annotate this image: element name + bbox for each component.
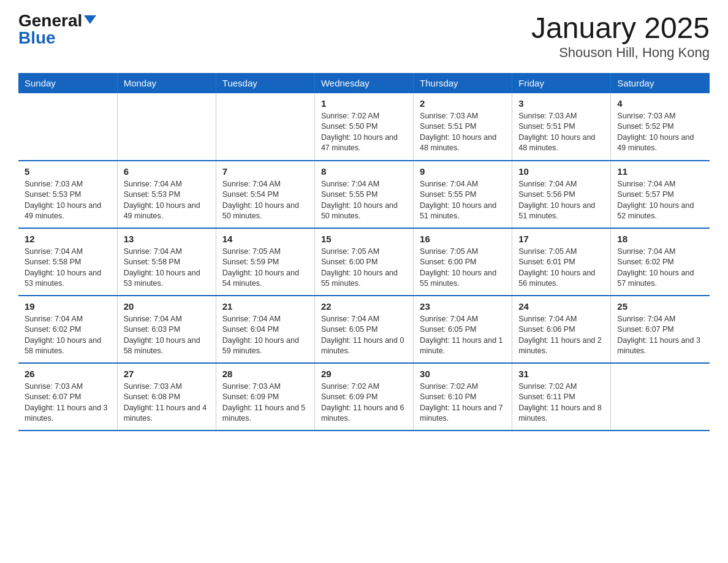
week-row-4: 19Sunrise: 7:04 AMSunset: 6:02 PMDayligh… [18,296,710,363]
calendar-cell: 23Sunrise: 7:04 AMSunset: 6:05 PMDayligh… [414,296,512,363]
day-info: Sunrise: 7:04 AMSunset: 5:55 PMDaylight:… [321,179,407,222]
day-info: Sunrise: 7:04 AMSunset: 5:55 PMDaylight:… [420,179,506,222]
day-number: 4 [617,98,703,109]
day-number: 20 [124,301,210,312]
day-number: 24 [518,301,604,312]
day-info: Sunrise: 7:04 AMSunset: 5:58 PMDaylight:… [124,247,210,289]
day-info: Sunrise: 7:04 AMSunset: 5:53 PMDaylight:… [124,179,210,222]
day-info: Sunrise: 7:04 AMSunset: 6:06 PMDaylight:… [518,314,604,357]
calendar-cell: 9Sunrise: 7:04 AMSunset: 5:55 PMDaylight… [414,161,512,228]
day-number: 19 [25,301,111,312]
calendar-cell: 6Sunrise: 7:04 AMSunset: 5:53 PMDaylight… [117,161,216,228]
day-info: Sunrise: 7:03 AMSunset: 5:51 PMDaylight:… [420,111,506,154]
calendar-cell: 31Sunrise: 7:02 AMSunset: 6:11 PMDayligh… [512,363,611,431]
day-info: Sunrise: 7:02 AMSunset: 6:10 PMDaylight:… [420,381,506,424]
calendar-cell: 20Sunrise: 7:04 AMSunset: 6:03 PMDayligh… [117,296,216,363]
day-number: 6 [124,166,210,177]
calendar-subtitle: Shouson Hill, Hong Kong [531,45,710,61]
day-number: 23 [420,301,506,312]
header-wednesday: Wednesday [314,73,413,93]
day-number: 29 [321,369,407,379]
day-number: 8 [321,166,407,177]
calendar-cell: 25Sunrise: 7:04 AMSunset: 6:07 PMDayligh… [611,296,710,363]
day-info: Sunrise: 7:04 AMSunset: 5:54 PMDaylight:… [222,179,308,222]
calendar-cell [117,93,216,161]
calendar-cell: 29Sunrise: 7:02 AMSunset: 6:09 PMDayligh… [314,363,413,431]
day-info: Sunrise: 7:03 AMSunset: 5:51 PMDaylight:… [518,111,604,154]
day-info: Sunrise: 7:02 AMSunset: 6:09 PMDaylight:… [321,381,407,424]
calendar-cell: 1Sunrise: 7:02 AMSunset: 5:50 PMDaylight… [314,93,413,161]
day-info: Sunrise: 7:04 AMSunset: 5:58 PMDaylight:… [25,247,111,289]
calendar-cell: 2Sunrise: 7:03 AMSunset: 5:51 PMDaylight… [414,93,512,161]
day-number: 15 [321,234,407,244]
day-info: Sunrise: 7:05 AMSunset: 6:00 PMDaylight:… [321,247,407,289]
day-info: Sunrise: 7:03 AMSunset: 6:08 PMDaylight:… [124,381,210,424]
calendar-cell: 19Sunrise: 7:04 AMSunset: 6:02 PMDayligh… [18,296,117,363]
day-number: 9 [420,166,506,177]
day-number: 7 [222,166,308,177]
day-info: Sunrise: 7:03 AMSunset: 6:09 PMDaylight:… [222,381,308,424]
title-block: January 2025 Shouson Hill, Hong Kong [531,12,710,61]
calendar-cell: 4Sunrise: 7:03 AMSunset: 5:52 PMDaylight… [611,93,710,161]
day-info: Sunrise: 7:04 AMSunset: 6:05 PMDaylight:… [420,314,506,357]
calendar-cell: 18Sunrise: 7:04 AMSunset: 6:02 PMDayligh… [611,228,710,296]
calendar-cell: 24Sunrise: 7:04 AMSunset: 6:06 PMDayligh… [512,296,611,363]
calendar-cell: 15Sunrise: 7:05 AMSunset: 6:00 PMDayligh… [314,228,413,296]
calendar-cell: 16Sunrise: 7:05 AMSunset: 6:00 PMDayligh… [414,228,512,296]
day-number: 26 [25,369,111,379]
day-info: Sunrise: 7:05 AMSunset: 5:59 PMDaylight:… [222,247,308,289]
calendar-cell: 12Sunrise: 7:04 AMSunset: 5:58 PMDayligh… [18,228,117,296]
day-info: Sunrise: 7:05 AMSunset: 6:01 PMDaylight:… [518,247,604,289]
calendar-cell: 28Sunrise: 7:03 AMSunset: 6:09 PMDayligh… [216,363,314,431]
day-number: 30 [420,369,506,379]
day-number: 17 [518,234,604,244]
day-info: Sunrise: 7:04 AMSunset: 6:04 PMDaylight:… [222,314,308,357]
day-number: 18 [617,234,703,244]
calendar-cell: 26Sunrise: 7:03 AMSunset: 6:07 PMDayligh… [18,363,117,431]
calendar-cell: 5Sunrise: 7:03 AMSunset: 5:53 PMDaylight… [18,161,117,228]
day-info: Sunrise: 7:02 AMSunset: 6:11 PMDaylight:… [518,381,604,424]
header-tuesday: Tuesday [216,73,314,93]
day-number: 1 [321,98,407,109]
day-info: Sunrise: 7:03 AMSunset: 6:07 PMDaylight:… [25,381,111,424]
calendar-cell: 3Sunrise: 7:03 AMSunset: 5:51 PMDaylight… [512,93,611,161]
day-number: 14 [222,234,308,244]
week-row-5: 26Sunrise: 7:03 AMSunset: 6:07 PMDayligh… [18,363,710,431]
day-number: 11 [617,166,703,177]
day-number: 16 [420,234,506,244]
day-info: Sunrise: 7:04 AMSunset: 5:56 PMDaylight:… [518,179,604,222]
calendar-cell [18,93,117,161]
calendar-cell: 13Sunrise: 7:04 AMSunset: 5:58 PMDayligh… [117,228,216,296]
logo-general-text: General [18,12,82,29]
header-monday: Monday [117,73,216,93]
day-number: 10 [518,166,604,177]
calendar-cell: 7Sunrise: 7:04 AMSunset: 5:54 PMDaylight… [216,161,314,228]
day-number: 12 [25,234,111,244]
calendar-cell: 10Sunrise: 7:04 AMSunset: 5:56 PMDayligh… [512,161,611,228]
calendar-header-row: SundayMondayTuesdayWednesdayThursdayFrid… [18,73,710,93]
day-info: Sunrise: 7:04 AMSunset: 6:02 PMDaylight:… [25,314,111,357]
day-info: Sunrise: 7:02 AMSunset: 5:50 PMDaylight:… [321,111,407,154]
day-info: Sunrise: 7:03 AMSunset: 5:53 PMDaylight:… [25,179,111,222]
header-friday: Friday [512,73,611,93]
page-header: General Blue January 2025 Shouson Hill, … [18,12,710,61]
day-number: 25 [617,301,703,312]
day-number: 5 [25,166,111,177]
day-number: 27 [124,369,210,379]
day-info: Sunrise: 7:04 AMSunset: 6:02 PMDaylight:… [617,247,703,289]
calendar-cell: 14Sunrise: 7:05 AMSunset: 5:59 PMDayligh… [216,228,314,296]
day-number: 13 [124,234,210,244]
calendar-cell [611,363,710,431]
day-info: Sunrise: 7:03 AMSunset: 5:52 PMDaylight:… [617,111,703,154]
calendar-cell: 11Sunrise: 7:04 AMSunset: 5:57 PMDayligh… [611,161,710,228]
day-number: 21 [222,301,308,312]
day-number: 31 [518,369,604,379]
day-number: 28 [222,369,308,379]
day-info: Sunrise: 7:04 AMSunset: 5:57 PMDaylight:… [617,179,703,222]
week-row-1: 1Sunrise: 7:02 AMSunset: 5:50 PMDaylight… [18,93,710,161]
header-thursday: Thursday [414,73,512,93]
day-number: 2 [420,98,506,109]
logo: General Blue [18,12,96,47]
calendar-cell: 21Sunrise: 7:04 AMSunset: 6:04 PMDayligh… [216,296,314,363]
calendar-cell [216,93,314,161]
